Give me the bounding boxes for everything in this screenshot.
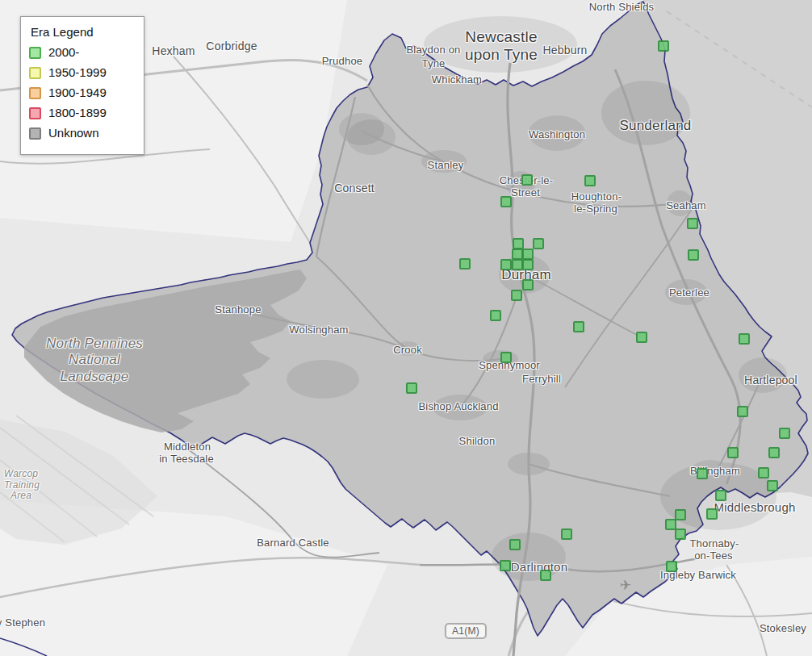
- era-marker[interactable]: [584, 175, 596, 186]
- era-marker[interactable]: [715, 490, 726, 501]
- era-marker[interactable]: [697, 468, 708, 479]
- era-marker[interactable]: [658, 40, 669, 52]
- legend-items: 2000-1950-19991900-19491800-1899Unknown: [29, 45, 134, 140]
- era-marker[interactable]: [522, 249, 534, 260]
- era-marker[interactable]: [675, 509, 686, 520]
- legend-item: 1900-1949: [29, 86, 134, 100]
- era-marker[interactable]: [636, 332, 647, 343]
- legend-item: Unknown: [29, 126, 134, 140]
- legend-item: 1800-1899: [29, 106, 134, 120]
- era-marker[interactable]: [509, 539, 521, 550]
- legend-item-label: 1900-1949: [48, 86, 107, 100]
- era-marker[interactable]: [675, 529, 686, 540]
- era-marker[interactable]: [737, 406, 748, 417]
- era-legend: Era Legend 2000-1950-19991900-19491800-1…: [20, 16, 144, 155]
- legend-item-label: 1950-1999: [48, 65, 107, 80]
- map-canvas[interactable]: North ShieldsNewcastleupon TyneHebburnHe…: [0, 0, 812, 656]
- era-marker[interactable]: [512, 249, 523, 260]
- era-marker[interactable]: [500, 259, 512, 270]
- era-marker[interactable]: [767, 480, 778, 491]
- era-marker[interactable]: [540, 570, 551, 581]
- legend-item: 1950-1999: [29, 65, 134, 80]
- era-marker[interactable]: [573, 321, 584, 332]
- era-marker[interactable]: [688, 249, 699, 261]
- era-marker[interactable]: [406, 382, 417, 394]
- road-badge-a1m: A1(M): [445, 623, 487, 639]
- legend-swatch-icon: [29, 107, 41, 119]
- era-marker[interactable]: [522, 259, 534, 270]
- era-marker[interactable]: [666, 561, 677, 572]
- era-marker[interactable]: [561, 529, 572, 540]
- era-marker[interactable]: [739, 333, 750, 345]
- era-marker[interactable]: [779, 428, 790, 439]
- era-marker[interactable]: [512, 259, 523, 270]
- legend-swatch-icon: [29, 127, 41, 140]
- era-marker[interactable]: [706, 508, 718, 520]
- era-marker[interactable]: [533, 238, 544, 249]
- era-marker[interactable]: [500, 352, 512, 363]
- legend-item-label: Unknown: [48, 126, 99, 140]
- moor-patch: [287, 360, 359, 399]
- legend-item-label: 2000-: [48, 45, 79, 60]
- era-marker[interactable]: [459, 258, 471, 270]
- era-marker[interactable]: [511, 290, 522, 301]
- legend-item: 2000-: [29, 45, 134, 60]
- era-marker[interactable]: [758, 467, 769, 478]
- era-marker[interactable]: [768, 447, 780, 458]
- legend-swatch-icon: [29, 47, 41, 59]
- legend-swatch-icon: [29, 67, 41, 79]
- legend-item-label: 1800-1899: [48, 106, 107, 120]
- era-marker[interactable]: [500, 560, 511, 571]
- era-marker[interactable]: [727, 447, 739, 458]
- era-marker[interactable]: [490, 310, 501, 321]
- era-marker[interactable]: [500, 196, 512, 207]
- era-marker[interactable]: [521, 174, 533, 186]
- era-marker[interactable]: [687, 218, 698, 229]
- legend-swatch-icon: [29, 87, 41, 99]
- era-marker[interactable]: [513, 238, 524, 249]
- era-marker[interactable]: [522, 279, 534, 290]
- legend-title: Era Legend: [31, 25, 134, 39]
